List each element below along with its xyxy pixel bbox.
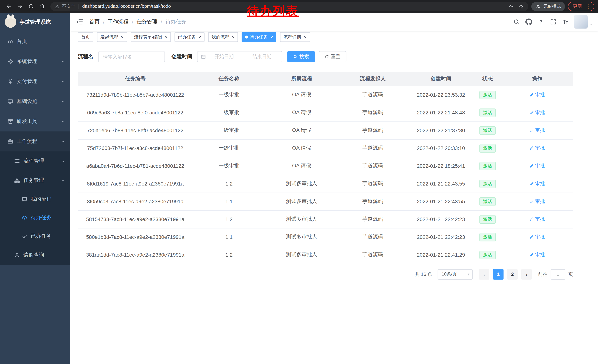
- chevron-down-icon: ▾: [468, 272, 469, 276]
- table-row: 73211d9d-7b9b-11ec-b5b7-acde48001122一级审批…: [78, 86, 573, 104]
- content: 流程名 创建时间 开始日期 - 结束日期 搜索 重: [70, 43, 598, 364]
- approve-link[interactable]: 审批: [529, 251, 545, 258]
- reload-button[interactable]: [26, 1, 36, 11]
- search-button[interactable]: 搜索: [287, 51, 315, 62]
- close-icon[interactable]: ×: [270, 35, 273, 40]
- date-range-picker[interactable]: 开始日期 - 结束日期: [197, 51, 282, 62]
- tab-my-process[interactable]: 我的流程×: [208, 32, 238, 42]
- app-logo[interactable]: 芋道管理系统: [0, 13, 70, 32]
- start-date-placeholder: 开始日期: [208, 53, 241, 60]
- breadcrumb-separator: /: [161, 19, 162, 25]
- goto-page-input[interactable]: [551, 269, 565, 279]
- key-icon[interactable]: [509, 4, 514, 9]
- cell-process: 测试多审批人: [265, 210, 338, 228]
- search-icon: [513, 18, 520, 25]
- approve-link[interactable]: 审批: [529, 198, 545, 205]
- tab-label: 已办任务: [178, 34, 196, 40]
- cell-task-id: 8f059c03-7ac8-11ec-a9e2-a2380e71991a: [78, 193, 193, 210]
- approve-link[interactable]: 审批: [529, 145, 545, 152]
- page-button-1[interactable]: 1: [493, 269, 504, 279]
- bookmark-star-icon[interactable]: [518, 4, 524, 9]
- sidebar-item-my-process[interactable]: 我的流程: [0, 190, 70, 209]
- process-name-input[interactable]: [98, 51, 165, 62]
- tab-todo-tasks[interactable]: 待办任务×: [242, 32, 276, 42]
- breadcrumb-item[interactable]: 首页: [89, 18, 100, 25]
- tab-done-tasks[interactable]: 已办任务×: [174, 32, 204, 42]
- close-icon[interactable]: ×: [165, 35, 167, 40]
- reset-button[interactable]: 重置: [319, 51, 346, 62]
- avatar-caret-icon[interactable]: [589, 23, 593, 27]
- address-bar[interactable]: 不安全 dashboard.yudao.iocoder.cn/bpm/task/…: [50, 2, 528, 11]
- approve-link[interactable]: 审批: [529, 109, 545, 116]
- back-arrow-button[interactable]: [4, 1, 14, 11]
- update-button[interactable]: 更新 ⋮: [568, 2, 594, 11]
- cell-action: 审批: [501, 86, 573, 104]
- tab-start-process[interactable]: 发起流程×: [97, 32, 127, 42]
- sidebar-item-workflow[interactable]: 工作流程: [0, 131, 70, 152]
- sidebar-item-label: 工作流程: [17, 138, 37, 145]
- cell-action: 审批: [501, 193, 573, 210]
- cell-status: 激活: [474, 157, 501, 175]
- breadcrumb-item[interactable]: 任务管理: [137, 18, 158, 25]
- sidebar-item-infra[interactable]: 基础设施: [0, 91, 70, 112]
- reload-icon: [28, 3, 34, 9]
- cell-task-name: 一级审批: [193, 139, 265, 157]
- search-button[interactable]: [511, 16, 522, 28]
- status-badge: 激活: [479, 126, 496, 135]
- sidebar-item-devtools[interactable]: 研发工具: [0, 112, 70, 131]
- help-button[interactable]: [535, 16, 547, 28]
- page-button-2[interactable]: 2: [507, 269, 518, 279]
- sidebar-item-task-mgmt[interactable]: 任务管理: [0, 171, 70, 190]
- sidebar-item-system[interactable]: 系统管理: [0, 51, 70, 72]
- cell-process: 测试多审批人: [265, 228, 338, 246]
- update-label: 更新: [573, 3, 582, 9]
- page-size-select[interactable]: 10条/页 ▾: [438, 269, 473, 279]
- tab-process-detail[interactable]: 流程详情×: [280, 32, 310, 42]
- breadcrumb-separator: /: [103, 19, 105, 25]
- kebab-menu-icon[interactable]: ⋮: [585, 4, 591, 9]
- close-icon[interactable]: ×: [121, 35, 124, 40]
- sidebar-item-todo-tasks[interactable]: 待办任务: [0, 209, 70, 227]
- sidebar-item-label: 流程管理: [23, 158, 44, 164]
- approve-link[interactable]: 审批: [529, 91, 545, 98]
- approve-link[interactable]: 审批: [529, 216, 545, 223]
- column-header: 任务名称: [193, 72, 265, 86]
- font-size-button[interactable]: [559, 16, 571, 28]
- breadcrumb-item[interactable]: 工作流程: [108, 18, 129, 25]
- approve-link[interactable]: 审批: [529, 162, 545, 169]
- cell-task-id: 580e1b3d-7ac8-11ec-a9e2-a2380e71991a: [78, 228, 193, 246]
- close-icon[interactable]: ×: [232, 35, 235, 40]
- incognito-icon: [535, 4, 541, 9]
- forward-arrow-button[interactable]: [15, 1, 25, 11]
- sidebar-item-label: 支付管理: [17, 78, 37, 85]
- dashboard-icon: [8, 39, 13, 44]
- approve-link[interactable]: 审批: [529, 180, 545, 187]
- close-icon[interactable]: ×: [198, 35, 201, 40]
- task-tree-icon: [14, 177, 20, 183]
- status-badge: 激活: [479, 215, 496, 224]
- sidebar-item-done-tasks[interactable]: 已办任务: [0, 227, 70, 245]
- github-button[interactable]: [523, 16, 534, 28]
- avatar[interactable]: [574, 15, 588, 29]
- home-button[interactable]: [37, 1, 47, 11]
- sidebar-item-payment[interactable]: 支付管理: [0, 72, 70, 91]
- monitor-icon: [8, 98, 13, 105]
- tab-form-edit[interactable]: 流程表单-编辑×: [131, 32, 171, 42]
- status-badge: 激活: [479, 144, 496, 152]
- fullscreen-button[interactable]: [547, 16, 559, 28]
- sidebar-item-leave-query[interactable]: 请假查询: [0, 245, 70, 265]
- cell-status: 激活: [474, 175, 501, 193]
- home-icon: [39, 3, 45, 9]
- reset-button-label: 重置: [331, 53, 341, 60]
- approve-link[interactable]: 审批: [529, 127, 545, 134]
- cell-task-name: 一级审批: [193, 86, 265, 104]
- sidebar-item-label: 首页: [17, 38, 27, 45]
- tab-home[interactable]: 首页: [78, 32, 93, 42]
- sidebar-item-process-mgmt[interactable]: 流程管理: [0, 152, 70, 171]
- sidebar-toggle-button[interactable]: [76, 18, 83, 25]
- next-page-button[interactable]: ›: [521, 269, 532, 279]
- prev-page-button[interactable]: ‹: [479, 269, 490, 279]
- close-icon[interactable]: ×: [304, 35, 307, 40]
- approve-link[interactable]: 审批: [529, 234, 545, 240]
- sidebar-item-home[interactable]: 首页: [0, 32, 70, 51]
